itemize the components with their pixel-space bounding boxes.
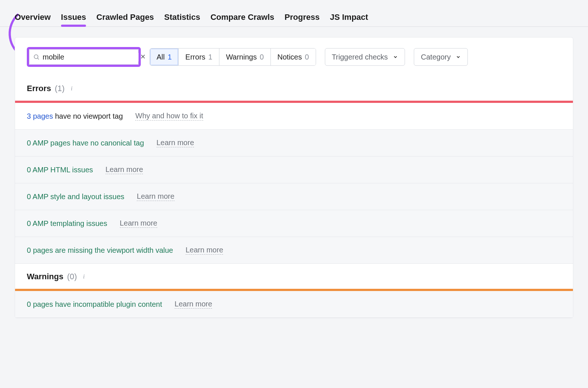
why-and-how-link[interactable]: Why and how to fix it xyxy=(135,112,203,121)
issues-panel: All 1 Errors 1 Warnings 0 Notices 0 Trig… xyxy=(15,37,573,318)
tab-js-impact[interactable]: JS Impact xyxy=(330,8,368,26)
learn-more-link[interactable]: Learn more xyxy=(157,139,194,147)
filter-all[interactable]: All 1 xyxy=(150,48,179,65)
severity-filter: All 1 Errors 1 Warnings 0 Notices 0 xyxy=(150,48,316,66)
warnings-count: (0) xyxy=(67,272,77,281)
search-icon xyxy=(33,54,40,60)
learn-more-link[interactable]: Learn more xyxy=(120,219,157,228)
issue-row[interactable]: 0 AMP pages have no canonical tag Learn … xyxy=(15,130,573,157)
issue-text: 0 AMP pages have no canonical tag xyxy=(27,139,144,147)
filter-notices[interactable]: Notices 0 xyxy=(271,48,316,65)
tab-crawled-pages[interactable]: Crawled Pages xyxy=(96,8,154,26)
issue-text: 0 AMP style and layout issues xyxy=(27,193,124,201)
tab-compare-crawls[interactable]: Compare Crawls xyxy=(211,8,275,26)
issue-text: 3 pages have no viewport tag xyxy=(27,112,123,121)
filter-errors[interactable]: Errors 1 xyxy=(179,48,219,65)
info-icon[interactable]: i xyxy=(80,273,87,280)
issue-pages-link[interactable]: 3 pages xyxy=(27,112,53,120)
svg-point-0 xyxy=(34,55,38,59)
warnings-section-header: Warnings (0) i xyxy=(15,264,573,289)
chevron-down-icon xyxy=(456,54,461,60)
issue-text: 0 pages have incompatible plugin content xyxy=(27,300,162,309)
issue-row[interactable]: 3 pages have no viewport tag Why and how… xyxy=(15,103,573,130)
errors-count: (1) xyxy=(55,84,65,93)
filter-errors-label: Errors xyxy=(185,53,205,61)
tab-progress[interactable]: Progress xyxy=(284,8,319,26)
close-icon xyxy=(140,54,146,60)
learn-more-link[interactable]: Learn more xyxy=(175,300,212,309)
nav-tabs: Overview Issues Crawled Pages Statistics… xyxy=(0,0,588,27)
issue-row[interactable]: 0 AMP HTML issues Learn more xyxy=(15,157,573,183)
filter-all-count: 1 xyxy=(168,53,172,61)
tab-overview[interactable]: Overview xyxy=(15,8,51,26)
issue-row[interactable]: 0 pages have incompatible plugin content… xyxy=(15,291,573,318)
warnings-title: Warnings xyxy=(27,272,63,281)
filter-warnings[interactable]: Warnings 0 xyxy=(219,48,271,65)
clear-search-button[interactable] xyxy=(139,51,147,63)
chevron-down-icon xyxy=(393,54,398,60)
learn-more-link[interactable]: Learn more xyxy=(105,165,143,174)
triggered-checks-dropdown[interactable]: Triggered checks xyxy=(325,48,405,66)
issue-text: 0 AMP HTML issues xyxy=(27,166,93,174)
search-input[interactable] xyxy=(40,53,139,61)
issue-row[interactable]: 0 AMP style and layout issues Learn more xyxy=(15,183,573,210)
filter-notices-count: 0 xyxy=(305,53,309,61)
category-dropdown[interactable]: Category xyxy=(414,48,468,66)
learn-more-link[interactable]: Learn more xyxy=(186,246,223,255)
filter-notices-label: Notices xyxy=(277,53,302,61)
category-label: Category xyxy=(421,53,451,61)
tab-statistics[interactable]: Statistics xyxy=(164,8,200,26)
issue-text: 0 AMP templating issues xyxy=(27,219,107,228)
learn-more-link[interactable]: Learn more xyxy=(137,192,174,201)
errors-title: Errors xyxy=(27,84,51,93)
filter-errors-count: 1 xyxy=(208,53,212,61)
issue-row[interactable]: 0 pages are missing the viewport width v… xyxy=(15,237,573,264)
filter-warnings-label: Warnings xyxy=(226,53,257,61)
errors-section-header: Errors (1) i xyxy=(15,76,573,101)
filter-all-label: All xyxy=(157,53,165,61)
svg-line-1 xyxy=(37,58,39,59)
filter-warnings-count: 0 xyxy=(260,53,264,61)
issue-text: 0 pages are missing the viewport width v… xyxy=(27,246,173,255)
issues-toolbar: All 1 Errors 1 Warnings 0 Notices 0 Trig… xyxy=(15,37,573,76)
search-highlight xyxy=(27,47,141,67)
info-icon[interactable]: i xyxy=(68,85,75,92)
triggered-checks-label: Triggered checks xyxy=(332,53,388,61)
issue-row[interactable]: 0 AMP templating issues Learn more xyxy=(15,210,573,237)
tab-issues[interactable]: Issues xyxy=(61,8,86,26)
